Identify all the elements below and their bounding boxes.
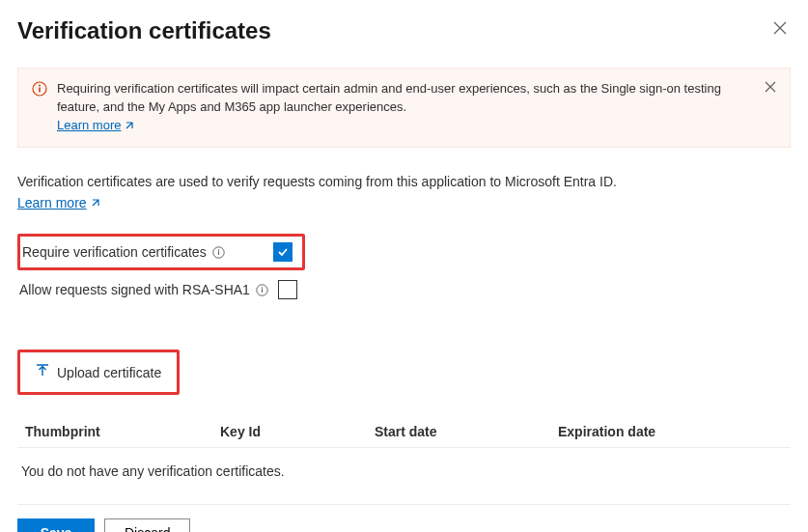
upload-certificate-label: Upload certificate bbox=[57, 365, 161, 380]
external-link-icon bbox=[125, 121, 134, 130]
svg-point-1 bbox=[39, 85, 41, 87]
column-expiration-date: Expiration date bbox=[558, 424, 791, 439]
info-icon bbox=[32, 81, 47, 99]
check-icon bbox=[277, 246, 289, 258]
column-start-date: Start date bbox=[375, 424, 558, 439]
upload-certificate-button[interactable]: Upload certificate bbox=[17, 350, 180, 395]
description-learn-more-link[interactable]: Learn more bbox=[17, 195, 100, 210]
column-keyid: Key Id bbox=[220, 424, 375, 439]
description-text: Verification certificates are used to ve… bbox=[17, 173, 791, 192]
banner-dismiss-button[interactable] bbox=[765, 80, 776, 96]
description-learn-more-label: Learn more bbox=[17, 195, 87, 210]
close-icon bbox=[765, 81, 776, 93]
svg-point-7 bbox=[262, 287, 263, 288]
allow-rsa-sha1-checkbox[interactable] bbox=[278, 280, 297, 299]
discard-button[interactable]: Discard bbox=[104, 518, 190, 532]
page-title: Verification certificates bbox=[17, 17, 271, 44]
upload-icon bbox=[36, 364, 49, 380]
info-icon[interactable] bbox=[212, 246, 225, 259]
svg-rect-8 bbox=[262, 289, 263, 293]
certificates-empty-message: You do not have any verification certifi… bbox=[17, 463, 791, 479]
require-verification-option: Require verification certificates bbox=[17, 234, 305, 270]
certificates-table-header: Thumbprint Key Id Start date Expiration … bbox=[17, 424, 791, 448]
close-button[interactable] bbox=[769, 17, 791, 39]
upload-section: Upload certificate bbox=[17, 350, 791, 395]
banner-message: Requiring verification certificates will… bbox=[57, 81, 721, 114]
allow-rsa-sha1-label-text: Allow requests signed with RSA-SHA1 bbox=[19, 282, 250, 297]
svg-point-4 bbox=[217, 249, 218, 250]
banner-learn-more-label: Learn more bbox=[57, 117, 121, 135]
column-thumbprint: Thumbprint bbox=[17, 424, 220, 439]
require-verification-checkbox[interactable] bbox=[273, 242, 293, 262]
allow-rsa-sha1-option: Allow requests signed with RSA-SHA1 bbox=[17, 276, 303, 303]
svg-rect-5 bbox=[218, 251, 219, 255]
save-button[interactable]: Save bbox=[17, 518, 95, 532]
require-verification-label-text: Require verification certificates bbox=[22, 244, 207, 260]
info-banner: Requiring verification certificates will… bbox=[17, 68, 791, 148]
footer-actions: Save Discard bbox=[17, 518, 791, 532]
options-group: Require verification certificates Allow … bbox=[17, 234, 791, 303]
banner-text: Requiring verification certificates will… bbox=[57, 80, 755, 135]
allow-rsa-sha1-label: Allow requests signed with RSA-SHA1 bbox=[19, 282, 268, 297]
divider bbox=[17, 504, 791, 505]
external-link-icon bbox=[91, 198, 100, 208]
svg-rect-2 bbox=[39, 88, 41, 93]
info-icon[interactable] bbox=[256, 284, 268, 296]
require-verification-label: Require verification certificates bbox=[22, 244, 264, 260]
header-row: Verification certificates bbox=[17, 17, 791, 44]
banner-learn-more-link[interactable]: Learn more bbox=[57, 117, 134, 135]
close-icon bbox=[773, 21, 787, 35]
